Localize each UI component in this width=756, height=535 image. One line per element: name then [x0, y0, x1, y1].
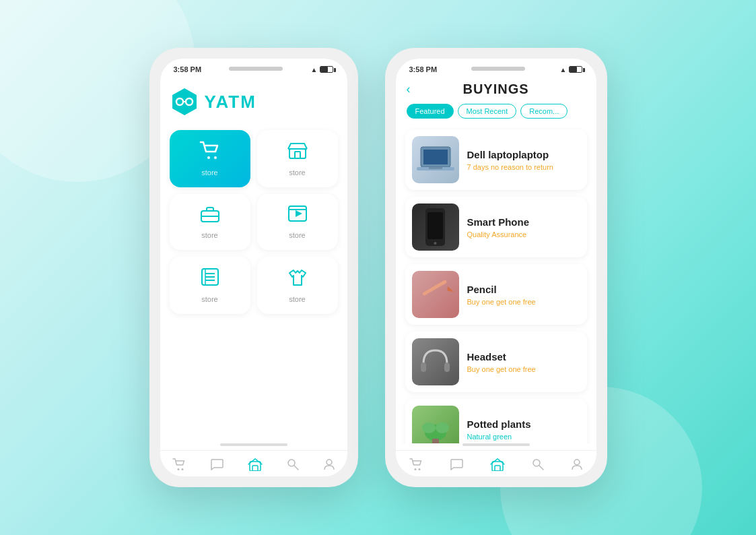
- right-title-row: ‹ BUYINGS: [407, 82, 586, 97]
- right-time: 3:58 PM: [409, 65, 438, 73]
- product-list: Dell laptoplaptop 7 days no reason to re…: [396, 125, 596, 443]
- product-name-headset: Headset: [467, 351, 580, 363]
- grid-cell-store1[interactable]: store: [170, 130, 250, 187]
- product-card-phone[interactable]: Smart Phone Quality Assurance: [405, 197, 587, 257]
- product-img-laptop: [412, 136, 459, 183]
- left-nav-cart[interactable]: [172, 458, 186, 470]
- left-time: 3:58 PM: [174, 65, 202, 73]
- grid-cell-store3[interactable]: store: [170, 194, 250, 250]
- product-desc-plant: Natural green: [467, 433, 580, 441]
- cell-label-4: store: [289, 231, 305, 239]
- svg-point-32: [434, 242, 437, 245]
- right-home-indicator-wrap: [396, 443, 596, 450]
- product-name-plant: Potted plants: [467, 418, 580, 430]
- product-desc-headset: Buy one get one free: [467, 365, 580, 373]
- product-card-pencil[interactable]: Pencil Buy one get one free: [405, 264, 587, 325]
- svg-rect-29: [429, 167, 442, 169]
- product-card-plant[interactable]: Potted plants Natural green: [405, 399, 587, 443]
- product-card-laptop[interactable]: Dell laptoplaptop 7 days no reason to re…: [405, 129, 587, 190]
- right-notch: [471, 67, 525, 71]
- left-bottom-nav: [160, 450, 347, 476]
- product-name-phone: Smart Phone: [467, 216, 580, 228]
- grid-cell-store4[interactable]: store: [257, 194, 338, 250]
- app-header: YATM: [170, 87, 338, 117]
- back-button[interactable]: ‹: [407, 82, 411, 96]
- right-nav-profile[interactable]: [571, 458, 583, 470]
- left-status-bar: 3:58 PM ▲: [160, 59, 347, 76]
- wifi-icon: ▲: [311, 66, 318, 73]
- right-nav-home[interactable]: [490, 458, 505, 471]
- battery-fill: [320, 67, 328, 72]
- svg-marker-12: [296, 210, 302, 217]
- svg-rect-31: [427, 212, 443, 239]
- right-nav-cart[interactable]: [409, 458, 423, 470]
- svg-point-4: [207, 156, 210, 159]
- filter-tabs: Featured Most Recent Recom...: [407, 104, 586, 119]
- right-battery-fill: [570, 67, 577, 72]
- svg-rect-6: [289, 149, 306, 158]
- app-name: YATM: [205, 92, 256, 113]
- right-bottom-nav: [396, 450, 596, 476]
- right-battery-icon: [569, 66, 582, 73]
- product-info-laptop: Dell laptoplaptop 7 days no reason to re…: [467, 149, 580, 171]
- shirt-icon: [288, 268, 307, 291]
- left-nav-chat[interactable]: [210, 458, 224, 470]
- right-home-indicator: [462, 443, 530, 446]
- left-phone: 3:58 PM ▲ YATM: [149, 48, 358, 487]
- svg-rect-33: [422, 280, 447, 296]
- filter-tab-recent[interactable]: Most Recent: [458, 104, 517, 119]
- filter-tab-recom[interactable]: Recom...: [520, 104, 568, 119]
- left-status-icons: ▲: [311, 66, 334, 73]
- left-nav-search[interactable]: [287, 458, 299, 470]
- svg-point-25: [327, 460, 332, 465]
- cell-label-1: store: [201, 168, 217, 177]
- svg-point-38: [422, 422, 436, 433]
- svg-rect-27: [423, 150, 448, 164]
- left-nav-home[interactable]: [248, 458, 263, 471]
- left-nav-profile[interactable]: [323, 458, 335, 470]
- svg-point-5: [214, 156, 217, 159]
- grid-cell-store2[interactable]: store: [257, 130, 338, 187]
- svg-rect-7: [295, 152, 300, 158]
- svg-marker-34: [445, 285, 454, 294]
- grid-cell-store6[interactable]: store: [257, 257, 338, 314]
- grid-cell-store5[interactable]: store: [170, 257, 250, 314]
- svg-point-19: [177, 468, 179, 470]
- product-info-phone: Smart Phone Quality Assurance: [467, 216, 580, 239]
- product-info-pencil: Pencil Buy one get one free: [467, 284, 580, 306]
- product-img-plant: [412, 406, 459, 443]
- product-name-laptop: Dell laptoplaptop: [467, 149, 580, 160]
- svg-line-46: [539, 466, 543, 470]
- svg-point-42: [418, 468, 420, 470]
- product-info-plant: Potted plants Natural green: [467, 418, 580, 441]
- svg-point-20: [181, 468, 183, 470]
- battery-icon: [320, 66, 333, 73]
- product-card-headset[interactable]: Headset Buy one get one free: [405, 332, 587, 392]
- cart-icon: [199, 141, 221, 164]
- svg-rect-21: [250, 462, 261, 471]
- filter-tab-featured[interactable]: Featured: [407, 104, 454, 119]
- svg-point-47: [574, 460, 580, 465]
- media-icon: [287, 205, 308, 227]
- svg-rect-36: [444, 363, 450, 372]
- cell-label-2: store: [289, 168, 305, 177]
- svg-rect-22: [252, 466, 258, 471]
- svg-line-24: [294, 466, 298, 470]
- market-icon: [287, 141, 308, 164]
- left-home-indicator: [220, 443, 287, 446]
- right-nav-search[interactable]: [532, 458, 544, 470]
- product-img-pencil: [412, 271, 459, 318]
- product-name-pencil: Pencil: [467, 284, 580, 295]
- product-img-phone: [412, 203, 459, 251]
- cell-label-6: store: [289, 295, 305, 303]
- cell-label-3: store: [201, 231, 217, 239]
- left-content: YATM store: [160, 76, 347, 443]
- right-phone: 3:58 PM ▲ ‹ BUYINGS Featured Most Recent: [385, 48, 607, 487]
- app-logo: [170, 87, 199, 117]
- product-desc-pencil: Buy one get one free: [467, 298, 580, 306]
- cell-label-5: store: [201, 295, 217, 303]
- svg-point-39: [436, 422, 449, 433]
- right-status-icons: ▲: [560, 66, 583, 73]
- right-nav-chat[interactable]: [450, 458, 463, 470]
- svg-rect-43: [492, 462, 503, 471]
